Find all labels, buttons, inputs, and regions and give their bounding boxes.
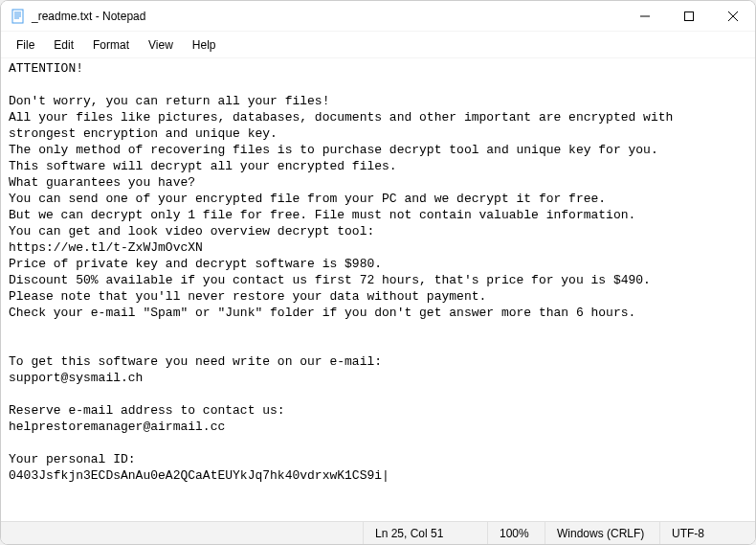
status-cursor-position: Ln 25, Col 51 [363,522,487,544]
menu-help[interactable]: Help [183,34,226,56]
maximize-button[interactable] [667,1,711,32]
menubar: File Edit Format View Help [1,32,755,58]
statusbar: Ln 25, Col 51 100% Windows (CRLF) UTF-8 [1,521,755,544]
status-line-ending: Windows (CRLF) [545,522,659,544]
menu-format[interactable]: Format [83,34,139,56]
text-caret [382,468,389,483]
minimize-button[interactable] [623,1,667,32]
text-area[interactable]: ATTENTION! Don't worry, you can return a… [1,58,755,521]
window-controls [623,1,755,31]
notepad-window: _readme.txt - Notepad File Edit Format V… [0,0,756,545]
window-title: _readme.txt - Notepad [32,10,623,23]
notepad-icon [11,9,26,24]
status-zoom[interactable]: 100% [487,522,545,544]
menu-file[interactable]: File [7,34,44,56]
menu-edit[interactable]: Edit [44,34,83,56]
status-encoding: UTF-8 [659,522,755,544]
titlebar: _readme.txt - Notepad [1,1,755,32]
menu-view[interactable]: View [139,34,183,56]
close-button[interactable] [711,1,755,32]
document-text: ATTENTION! Don't worry, you can return a… [9,61,680,483]
svg-rect-6 [685,12,694,21]
